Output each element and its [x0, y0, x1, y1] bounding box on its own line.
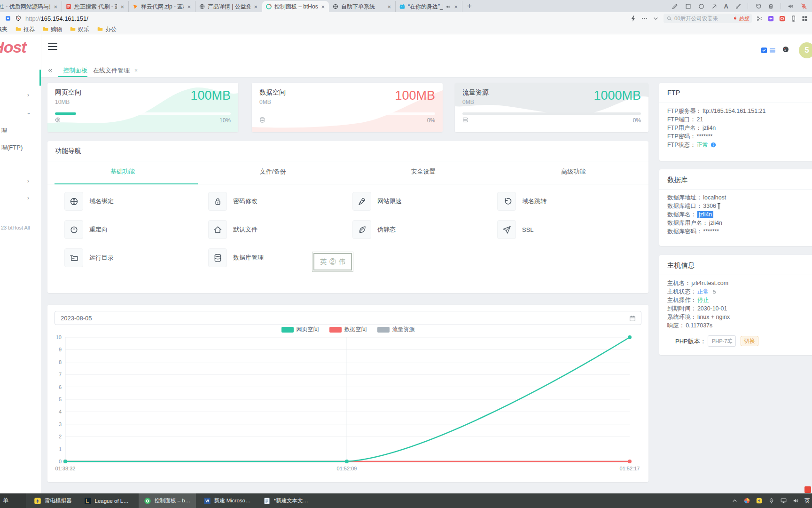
legend-item[interactable]: 网页空间 [281, 325, 319, 333]
feature-item[interactable]: 伪静态 [352, 220, 396, 239]
tab-scroll-left-icon[interactable] [47, 67, 54, 74]
browser-tab[interactable]: 产品详情 | 公益免费主机互联× [195, 1, 262, 12]
taskbar-partial-button[interactable]: 单 [0, 493, 26, 508]
feature-item[interactable]: 域名绑定 [64, 192, 114, 211]
chevron-right-icon[interactable]: › [27, 178, 29, 184]
phone-icon[interactable] [790, 15, 797, 22]
more-icon[interactable] [641, 15, 648, 22]
browser-tab[interactable]: 控制面板 – btHost× [262, 1, 329, 12]
date-picker-input[interactable]: 2023-08-05 [55, 311, 641, 325]
date-value[interactable]: 2023-08-05 [61, 311, 92, 325]
feature-item[interactable]: 域名跳转 [497, 192, 547, 211]
tab-close-icon[interactable]: × [186, 3, 192, 10]
browser-tab[interactable]: 自助下单系统× [329, 1, 396, 12]
trash-icon[interactable] [767, 3, 774, 10]
speaker-icon[interactable] [787, 3, 794, 10]
bookmark-partial[interactable]: 藏夹 [0, 25, 8, 33]
pencil-icon[interactable] [671, 3, 679, 10]
bookmark-folder[interactable]: 购物 [42, 25, 62, 33]
scissors-icon[interactable] [756, 15, 763, 22]
new-tab-button[interactable]: + [467, 1, 472, 11]
tab-close-icon[interactable]: × [253, 3, 258, 10]
monitor-icon[interactable] [780, 497, 787, 504]
circle-shape-icon[interactable] [698, 3, 705, 10]
purple-app-icon[interactable] [767, 15, 774, 22]
color-circle-icon[interactable] [743, 497, 750, 504]
bookmark-folder[interactable]: 推荐 [15, 25, 35, 33]
url-text[interactable]: http://165.154.161.151/ [25, 15, 88, 22]
feature-item[interactable]: 密码修改 [208, 192, 258, 211]
browser-tab[interactable]: “在你的身边”_哔哩哔哩_b× [396, 1, 462, 12]
chevron-up-icon[interactable] [731, 497, 738, 504]
feature-item[interactable]: SSL [497, 220, 534, 239]
tab-close-icon[interactable]: × [53, 3, 58, 10]
taskbar-button[interactable]: 控制面板 – btHost... [139, 493, 196, 508]
feature-tab[interactable]: 文件/备份 [198, 167, 348, 176]
search-input[interactable]: 00后开公司设姜果热搜 [664, 14, 752, 23]
sidebar-item-manage[interactable]: 理 [1, 127, 7, 135]
ime-indicator[interactable]: 英 [804, 497, 810, 505]
feature-item[interactable]: 默认文件 [208, 220, 258, 239]
feature-tab[interactable]: 高级功能 [498, 167, 648, 176]
undo-icon[interactable] [754, 3, 761, 10]
tab-close-icon[interactable]: × [119, 3, 125, 10]
chevron-right-icon[interactable]: › [27, 92, 29, 98]
taskbar-button[interactable]: League of Legends [79, 493, 136, 508]
taskbar-button[interactable]: 雷电模拟器 [29, 493, 77, 508]
arrow-icon[interactable] [711, 3, 718, 10]
browser-tab[interactable]: 社 - 优质网站源码与插× [0, 1, 62, 12]
info-value[interactable]: 停止 [697, 296, 709, 304]
page-tab-dashboard[interactable]: 控制面板 [63, 66, 87, 75]
floating-widget[interactable] [804, 486, 811, 493]
page-tab-file-manager[interactable]: 在线文件管理× [93, 66, 139, 75]
info-circle-icon[interactable] [710, 142, 717, 148]
info-value: jzli4n.test.com [692, 280, 729, 286]
taskbar-button[interactable]: 新建 Microsoft W... [198, 493, 256, 508]
apps-grid-icon[interactable] [801, 15, 808, 22]
chevron-right-icon[interactable]: › [27, 195, 29, 201]
square-shape-icon[interactable] [685, 3, 692, 10]
feature-item[interactable]: 数据库管理 [208, 248, 264, 267]
header-badge-icon[interactable] [760, 47, 768, 54]
tab-close-icon[interactable]: × [453, 3, 459, 10]
tab-close-icon[interactable]: × [386, 3, 392, 10]
theme-palette-icon[interactable] [782, 46, 789, 53]
close-tab-icon[interactable]: × [133, 67, 139, 74]
tab-audio-icon[interactable] [445, 4, 451, 9]
feature-item[interactable]: 重定向 [64, 220, 108, 239]
brush-icon[interactable] [734, 3, 742, 10]
logo[interactable]: btHost [0, 38, 41, 59]
feature-item[interactable]: 运行目录 [64, 248, 114, 267]
bookmark-folder[interactable]: 娱乐 [70, 25, 89, 33]
php-version-select[interactable]: PHP-73 [708, 335, 736, 347]
hot-search-badge[interactable]: 热搜 [732, 15, 749, 22]
chevron-down-icon[interactable]: ⌄ [26, 109, 31, 116]
site-app-icon[interactable] [5, 15, 11, 22]
header-card-icon[interactable] [769, 47, 776, 54]
taskbar-button[interactable]: *新建文本文档.txt -... [258, 493, 315, 508]
calendar-icon[interactable] [629, 315, 636, 322]
feature-tab[interactable]: 基础功能 [47, 167, 198, 176]
speaker-icon[interactable] [792, 497, 799, 504]
red-app-icon[interactable] [779, 15, 786, 22]
legend-item[interactable]: 数据空间 [329, 325, 367, 333]
menu-toggle-icon[interactable] [48, 43, 57, 50]
sidebar-item-ftp[interactable]: 理(FTP) [1, 143, 23, 152]
chevron-down-icon[interactable] [652, 15, 659, 22]
mic-icon[interactable] [768, 497, 775, 504]
tab-close-icon[interactable]: × [320, 3, 326, 10]
security-shield-icon[interactable] [15, 15, 22, 22]
lightning-icon[interactable] [630, 15, 637, 22]
legend-item[interactable]: 流量资源 [377, 325, 415, 333]
feature-tab[interactable]: 安全设置 [348, 167, 499, 176]
text-tool-icon[interactable]: A [724, 3, 728, 10]
browser-tab[interactable]: 您正搜索 代刷 - 蓝校社× [62, 1, 129, 12]
address-bar[interactable]: http://165.154.161.151/ 00后开公司设姜果热搜 [0, 12, 812, 24]
bookmark-folder[interactable]: 办公 [97, 25, 117, 33]
browser-tab[interactable]: 祥云代网.zip - 蓝奏云× [129, 1, 195, 12]
ld-mini-icon[interactable] [756, 497, 763, 504]
user-avatar[interactable]: 5 [799, 42, 812, 58]
feature-item[interactable]: 网站限速 [352, 192, 402, 211]
mic-muted-icon[interactable] [800, 3, 807, 10]
php-switch-button[interactable]: 切换 [741, 336, 758, 346]
